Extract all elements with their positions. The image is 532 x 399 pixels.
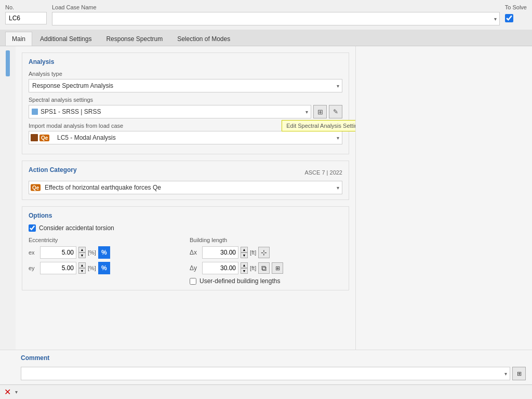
deltay-row: Δy ▲ ▼ [ft] ⧉ ⊞ [190, 262, 342, 274]
deltay-icon-btn[interactable]: ⧉ [258, 262, 270, 274]
deltax-input[interactable] [202, 246, 238, 259]
ex-input[interactable] [40, 246, 76, 259]
user-defined-checkbox[interactable] [190, 278, 196, 285]
analysis-title: Analysis [29, 58, 342, 65]
no-label: No. [5, 4, 47, 10]
deltax-label: Δx [190, 249, 200, 256]
deltax-spin-up[interactable]: ▲ [241, 247, 248, 252]
ey-percent-btn[interactable]: % [98, 262, 110, 274]
user-defined-row: User-defined building lengths [190, 277, 342, 285]
building-length-col: Building length Δx ▲ ▼ [ft] ⊹ [190, 237, 342, 285]
deltay-input[interactable] [202, 262, 238, 274]
load-case-name-label: Load Case Name [52, 4, 500, 10]
close-button[interactable]: ✕ [4, 387, 11, 397]
import-modal-label: Import modal analysis from load case [29, 123, 342, 129]
deltax-row: Δx ▲ ▼ [ft] ⊹ [190, 246, 342, 259]
action-category-tag: Qe [31, 184, 41, 191]
load-case-name-select[interactable] [52, 12, 500, 25]
eccentricity-label: Eccentricity [29, 237, 181, 243]
building-length-label: Building length [190, 237, 342, 243]
left-sidebar [0, 46, 16, 350]
torsion-checkbox[interactable] [29, 224, 36, 232]
no-input[interactable] [5, 12, 47, 24]
spectral-table-btn[interactable]: ⊞ [313, 105, 327, 118]
ey-input[interactable] [40, 262, 76, 274]
comment-title: Comment [21, 354, 526, 362]
spectral-settings-label: Spectral analysis settings [29, 97, 342, 103]
analysis-type-select[interactable]: Response Spectrum Analysis [29, 79, 342, 92]
import-modal-row: Import modal analysis from load case Qe … [29, 123, 342, 144]
action-category-title: Action Category [29, 166, 77, 174]
import-modal-select[interactable]: LC5 - Modal Analysis [29, 131, 342, 144]
analysis-section: Analysis Analysis type Response Spectrum… [22, 52, 349, 154]
deltay-spin-down[interactable]: ▼ [241, 268, 248, 274]
comment-input[interactable] [21, 367, 510, 380]
ey-label: ey [29, 265, 38, 271]
ey-row: ey ▲ ▼ [%] % [29, 262, 181, 274]
comment-section: Comment ▾ ⊞ [0, 350, 532, 384]
action-category-select[interactable]: Effects of horizontal earthquake forces … [29, 181, 342, 194]
tab-response-spectrum[interactable]: Response Spectrum [99, 32, 169, 46]
deltay-spin-up[interactable]: ▲ [241, 262, 248, 268]
deltax-spinner: ▲ ▼ [241, 247, 248, 258]
sidebar-indicator [6, 50, 10, 76]
asce-label: ASCE 7 | 2022 [304, 169, 342, 176]
ey-spin-up[interactable]: ▲ [78, 262, 86, 268]
deltax-unit: [ft] [250, 249, 256, 256]
eccentricity-col: Eccentricity ex ▲ ▼ [%] % ey [29, 237, 181, 285]
options-title: Options [29, 212, 342, 219]
to-solve-label: To Solve [505, 4, 527, 10]
ex-spin-down[interactable]: ▼ [78, 252, 86, 258]
analysis-type-row: Analysis type Response Spectrum Analysis… [29, 71, 342, 92]
user-defined-label: User-defined building lengths [200, 277, 280, 285]
ey-spinner: ▲ ▼ [78, 262, 86, 274]
bottom-bar: ✕ ▾ [0, 384, 532, 399]
ex-spin-up[interactable]: ▲ [78, 247, 86, 252]
action-category-section: Action Category ASCE 7 | 2022 Qe Effects… [22, 161, 349, 200]
torsion-row: Consider accidental torsion [29, 224, 342, 232]
to-solve-checkbox[interactable] [505, 14, 513, 22]
spectral-edit-btn[interactable]: ✎ Edit Spectral Analysis Settings... [329, 105, 342, 118]
comment-copy-btn[interactable]: ⊞ [512, 367, 526, 380]
torsion-label: Consider accidental torsion [39, 224, 114, 232]
deltay-unit: [ft] [250, 265, 256, 271]
eccentricity-grid: Eccentricity ex ▲ ▼ [%] % ey [29, 237, 342, 285]
nav-down-button[interactable]: ▾ [15, 389, 18, 395]
tab-additional-settings[interactable]: Additional Settings [33, 32, 98, 46]
deltay-copy-btn[interactable]: ⊞ [272, 262, 283, 274]
right-panel [355, 46, 532, 350]
deltax-spin-down[interactable]: ▼ [241, 252, 248, 258]
tab-main[interactable]: Main [5, 32, 32, 46]
main-panel: Analysis Analysis type Response Spectrum… [16, 46, 355, 350]
ex-label: ex [29, 249, 38, 256]
spectral-select[interactable]: SPS1 - SRSS | SRSS [29, 105, 311, 118]
ex-row: ex ▲ ▼ [%] % [29, 246, 181, 259]
deltax-icon-btn[interactable]: ⊹ [258, 247, 270, 258]
options-section: Options Consider accidental torsion Ecce… [22, 206, 349, 290]
ey-unit: [%] [88, 265, 96, 271]
ex-percent-btn[interactable]: % [98, 246, 110, 259]
ex-spinner: ▲ ▼ [78, 247, 86, 258]
ey-spin-down[interactable]: ▼ [78, 268, 86, 274]
tab-selection-of-modes[interactable]: Selection of Modes [170, 32, 237, 46]
analysis-type-label: Analysis type [29, 71, 342, 77]
deltay-spinner: ▲ ▼ [241, 262, 248, 274]
tabs-bar: Main Additional Settings Response Spectr… [0, 30, 532, 46]
deltay-label: Δy [190, 264, 200, 272]
spectral-settings-row: Spectral analysis settings SPS1 - SRSS |… [29, 97, 342, 118]
ex-unit: [%] [88, 249, 96, 256]
